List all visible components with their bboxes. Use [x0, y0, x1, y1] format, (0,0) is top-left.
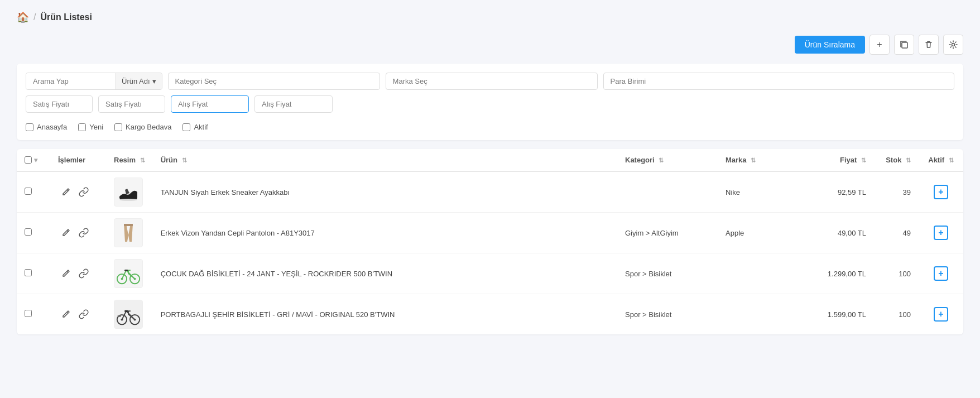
checkbox-anasayfa[interactable] [26, 123, 33, 131]
checkbox-aktif[interactable] [182, 123, 190, 131]
edit-icon[interactable] [58, 306, 74, 322]
svg-point-1 [952, 44, 955, 46]
row-checkbox[interactable] [25, 310, 32, 317]
breadcrumb-separator: / [33, 12, 36, 22]
breadcrumb: 🏠 / Ürün Listesi [17, 11, 963, 23]
product-brand: Apple [718, 213, 796, 253]
product-price: 92,59 TL [796, 171, 874, 213]
page-title: Ürün Listesi [40, 12, 92, 22]
product-price: 49,00 TL [796, 213, 874, 253]
product-name: Erkek Vizon Yandan Cepli Pantolon - A81Y… [153, 213, 617, 253]
search-with-dropdown: Ürün Adı ▾ [26, 73, 162, 90]
svg-rect-4 [115, 219, 142, 246]
copy-button[interactable] [894, 35, 914, 55]
product-price: 1.599,00 TL [796, 294, 874, 335]
product-image [114, 259, 143, 288]
product-category: Spor > Bisiklet [617, 294, 718, 335]
active-toggle[interactable]: + [934, 307, 948, 322]
col-header-stock[interactable]: Stok ⇅ [874, 149, 919, 171]
link-icon[interactable] [76, 225, 92, 241]
table-row: PORTBAGAJLI ŞEHİR BİSİKLETİ - GRİ / MAVİ… [17, 294, 963, 335]
filters-panel: Ürün Adı ▾ Anasayfa Yeni [17, 64, 963, 140]
col-header-price[interactable]: Fiyat ⇅ [796, 149, 874, 171]
col-header-product[interactable]: Ürün ⇅ [153, 149, 617, 171]
gear-icon [949, 40, 958, 49]
row-checkbox[interactable] [25, 188, 32, 195]
checkbox-yeni[interactable] [78, 123, 86, 131]
product-price: 1.299,00 TL [796, 253, 874, 294]
filter-aktif[interactable]: Aktif [182, 123, 208, 131]
edit-icon[interactable] [58, 225, 74, 241]
product-image [114, 218, 143, 247]
checkbox-kargo[interactable] [114, 123, 122, 131]
col-header-image[interactable]: Resim ⇅ [106, 149, 153, 171]
table-row: Erkek Vizon Yandan Cepli Pantolon - A81Y… [17, 213, 963, 253]
row-checkbox[interactable] [25, 269, 32, 276]
product-image [114, 178, 143, 207]
product-stock: 49 [874, 213, 919, 253]
link-icon[interactable] [76, 306, 92, 322]
home-icon[interactable]: 🏠 [17, 11, 29, 23]
filter-anasayfa[interactable]: Anasayfa [26, 123, 67, 131]
product-category: Giyim > AltGiyim [617, 213, 718, 253]
product-brand: Nike [718, 171, 796, 213]
product-brand [718, 294, 796, 335]
product-name: TANJUN Siyah Erkek Sneaker Ayakkabı [153, 171, 617, 213]
active-toggle[interactable]: + [934, 266, 948, 281]
active-toggle[interactable]: + [934, 185, 948, 199]
category-filter[interactable] [168, 73, 380, 90]
active-toggle[interactable]: + [934, 226, 948, 240]
sort-button[interactable]: Ürün Sıralama [795, 36, 865, 54]
svg-rect-16 [118, 315, 121, 317]
product-name: ÇOCUK DAĞ BİSİKLETİ - 24 JANT - YEŞİL - … [153, 253, 617, 294]
product-stock: 100 [874, 294, 919, 335]
product-image [114, 300, 143, 329]
trash-icon [924, 40, 933, 49]
edit-icon[interactable] [58, 266, 74, 281]
table-row: TANJUN Siyah Erkek Sneaker Ayakkabı Nike… [17, 171, 963, 213]
brand-filter[interactable] [386, 73, 598, 90]
col-header-actions: İşlemler [50, 149, 106, 171]
svg-point-3 [119, 199, 137, 201]
sale-price-max[interactable] [98, 95, 165, 113]
products-table: ▾ İşlemler Resim ⇅ Ürün ⇅ Kategori ⇅ Mar… [17, 149, 963, 334]
select-all-checkbox[interactable] [25, 156, 32, 164]
product-stock: 100 [874, 253, 919, 294]
search-input[interactable] [26, 73, 116, 89]
table-row: ÇOCUK DAĞ BİSİKLETİ - 24 JANT - YEŞİL - … [17, 253, 963, 294]
link-icon[interactable] [76, 184, 92, 200]
product-name: PORTBAGAJLI ŞEHİR BİSİKLETİ - GRİ / MAVİ… [153, 294, 617, 335]
col-header-category[interactable]: Kategori ⇅ [617, 149, 718, 171]
toolbar: Ürün Sıralama + [17, 35, 963, 55]
copy-icon [900, 40, 909, 49]
col-header-active[interactable]: Aktif ⇅ [919, 149, 963, 171]
check-col-chevron[interactable]: ▾ [34, 156, 37, 164]
product-brand [718, 253, 796, 294]
purchase-price-max[interactable] [254, 95, 333, 113]
purchase-price-min[interactable] [171, 95, 249, 113]
svg-rect-0 [902, 42, 907, 48]
svg-rect-5 [124, 224, 133, 226]
filter-yeni[interactable]: Yeni [78, 123, 103, 131]
row-checkbox[interactable] [25, 228, 32, 236]
checkbox-filters: Anasayfa Yeni Kargo Bedava Aktif [26, 118, 954, 131]
filter-kargo[interactable]: Kargo Bedava [114, 123, 171, 131]
link-icon[interactable] [76, 266, 92, 281]
edit-icon[interactable] [58, 184, 74, 200]
sale-price-min[interactable] [26, 95, 93, 113]
add-button[interactable]: + [869, 35, 890, 55]
settings-button[interactable] [943, 35, 963, 55]
product-category: Spor > Bisiklet [617, 253, 718, 294]
currency-filter[interactable] [603, 73, 954, 90]
col-header-brand[interactable]: Marka ⇅ [718, 149, 796, 171]
search-type-dropdown[interactable]: Ürün Adı ▾ [116, 73, 162, 89]
product-category [617, 171, 718, 213]
product-stock: 39 [874, 171, 919, 213]
delete-button[interactable] [919, 35, 939, 55]
